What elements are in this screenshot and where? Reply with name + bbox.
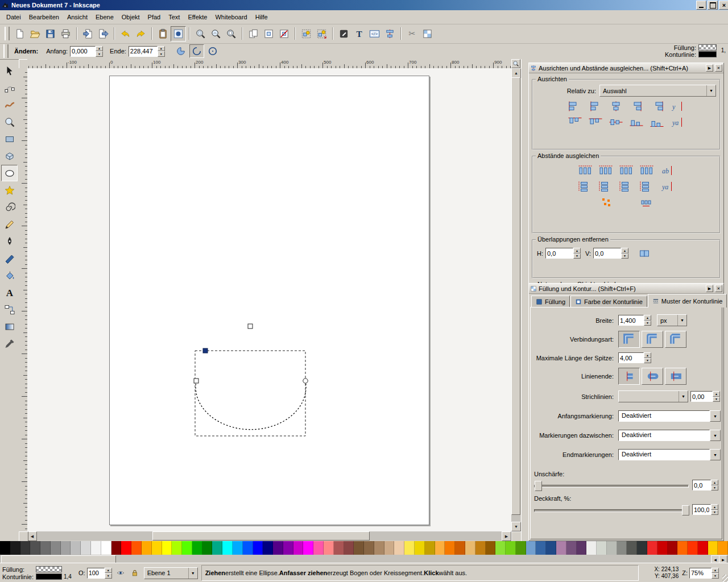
palette-swatch-28[interactable] — [283, 541, 293, 555]
close-button[interactable]: × — [719, 1, 728, 10]
selection-handle[interactable] — [194, 379, 198, 383]
vertical-scrollbar[interactable]: ▲ ▼ — [511, 68, 520, 531]
palette-swatch-60[interactable] — [607, 541, 617, 555]
arc-end-input[interactable] — [129, 46, 158, 57]
tab-f-llung[interactable]: Füllung — [531, 296, 570, 307]
tool-rectangle[interactable] — [1, 131, 18, 147]
scroll-left-button[interactable]: ◀ — [27, 531, 37, 541]
vertical-ruler[interactable]: 01002003004005006007008009001000 — [19, 68, 28, 531]
palette-swatch-59[interactable] — [597, 541, 607, 555]
tool-pencil[interactable] — [1, 216, 18, 232]
selection-handle[interactable] — [248, 324, 253, 329]
palette-swatch-29[interactable] — [293, 541, 304, 555]
palette-swatch-36[interactable] — [364, 541, 374, 555]
palette-swatch-56[interactable] — [566, 541, 577, 555]
tab-muster-der-konturlinie[interactable]: Muster der Konturlinie — [648, 294, 727, 307]
tool-calligraphy[interactable] — [1, 250, 18, 267]
menu-ansicht[interactable]: Ansicht — [63, 12, 92, 22]
xml-editor-button[interactable]: </> — [367, 26, 382, 41]
preferences-button[interactable]: ✂ — [404, 26, 420, 41]
menu-effekte[interactable]: Effekte — [184, 12, 211, 22]
palette-swatch-70[interactable] — [708, 541, 718, 555]
blur-spinner[interactable]: ▲▼ — [711, 480, 718, 490]
align-text-anchors-horizontal-button[interactable]: ya — [668, 115, 686, 129]
palette-swatch-62[interactable] — [627, 541, 637, 555]
layer-visibility-toggle[interactable] — [115, 568, 126, 579]
menu-whiteboard[interactable]: Whiteboard — [211, 12, 251, 22]
align-top-edges-button[interactable] — [586, 115, 605, 129]
arc-start-input[interactable] — [70, 46, 96, 57]
distribute-left-edges-button[interactable] — [576, 163, 594, 177]
print-document-button[interactable] — [58, 26, 73, 41]
palette-swatch-21[interactable] — [212, 541, 222, 555]
palette-swatch-6[interactable] — [61, 541, 71, 555]
palette-swatch-1[interactable] — [10, 541, 20, 555]
tool-dropper[interactable] — [1, 335, 18, 352]
cap-round-button[interactable] — [642, 368, 663, 385]
fill-swatch[interactable] — [36, 566, 62, 572]
zoom-selection-button[interactable] — [193, 26, 208, 41]
combo-arrow-icon[interactable]: ▼ — [710, 430, 721, 441]
palette-swatch-12[interactable] — [121, 541, 131, 555]
palette-swatch-38[interactable] — [384, 541, 395, 555]
current-style-indicator[interactable]: Füllung: Konturlinie: — [665, 44, 717, 57]
palette-swatch-50[interactable] — [506, 541, 516, 555]
tool-node-editor[interactable] — [1, 80, 18, 96]
dash-offset-input[interactable] — [690, 391, 713, 402]
open-document-button[interactable] — [27, 26, 43, 41]
tab-farbe-der-konturlinie[interactable]: Farbe der Konturlinie — [570, 296, 647, 307]
layer-lock-toggle[interactable] — [130, 568, 140, 579]
export-button[interactable] — [96, 26, 111, 41]
text-dialog-button[interactable]: T — [351, 26, 367, 41]
tool-tweak[interactable] — [1, 97, 18, 113]
palette-swatch-57[interactable] — [577, 541, 587, 555]
palette-swatch-27[interactable] — [273, 541, 283, 555]
palette-swatch-30[interactable] — [303, 541, 313, 555]
group-button[interactable] — [299, 26, 314, 41]
palette-swatch-4[interactable] — [40, 541, 51, 555]
sticky-zoom-button[interactable] — [511, 59, 520, 68]
arc-angle-handle[interactable] — [303, 379, 308, 383]
join-bevel-button[interactable] — [665, 331, 686, 348]
combo-arrow-icon[interactable]: ▼ — [710, 449, 721, 460]
canvas[interactable] — [27, 68, 511, 531]
menu-pfad[interactable]: Pfad — [144, 12, 165, 22]
palette-swatch-61[interactable] — [617, 541, 627, 555]
menu-datei[interactable]: Datei — [2, 12, 25, 22]
tool-gradient[interactable] — [1, 318, 18, 335]
palette-swatch-24[interactable] — [243, 541, 253, 555]
palette-swatch-48[interactable] — [486, 541, 496, 555]
align-left-edges-to-anchor-right-button[interactable] — [648, 99, 666, 113]
master-opacity-input[interactable] — [87, 568, 105, 579]
menu-hilfe[interactable]: Hilfe — [251, 12, 272, 22]
arc-end-spinner[interactable]: ▲▼ — [158, 46, 165, 57]
palette-swatch-40[interactable] — [404, 541, 415, 555]
join-round-button[interactable] — [642, 331, 663, 348]
unclump-objects-button[interactable] — [637, 195, 655, 209]
blur-slider-thumb[interactable] — [535, 481, 542, 491]
palette-swatch-13[interactable] — [131, 541, 142, 555]
tool-star[interactable] — [1, 182, 18, 198]
save-document-button[interactable] — [43, 26, 58, 41]
palette-swatch-17[interactable] — [172, 541, 182, 555]
palette-swatch-5[interactable] — [51, 541, 61, 555]
miter-limit-input[interactable] — [618, 352, 644, 363]
align-top-edges-to-anchor-bottom-button[interactable] — [648, 115, 666, 129]
horizontal-scrollbar[interactable]: ◀ ▶ — [27, 531, 511, 541]
toolbar-grip[interactable] — [5, 27, 10, 40]
palette-swatch-10[interactable] — [101, 541, 111, 555]
menu-objekt[interactable]: Objekt — [118, 12, 144, 22]
tool-connector[interactable] — [1, 301, 18, 318]
distribute-horizontal-gaps-button[interactable] — [638, 163, 656, 177]
align-panel-titlebar[interactable]: Ausrichten und Abstände ausgleichen... (… — [529, 63, 723, 73]
palette-swatch-44[interactable] — [445, 541, 455, 555]
new-document-button[interactable] — [12, 26, 27, 41]
palette-swatch-7[interactable] — [71, 541, 81, 555]
stroke-width-input[interactable] — [618, 315, 644, 326]
distribute-centers-vertically-button[interactable] — [597, 179, 615, 193]
import-button[interactable] — [80, 26, 96, 41]
palette-swatch-39[interactable] — [394, 541, 404, 555]
end-marker-combo[interactable]: Deaktiviert▼ — [618, 449, 721, 460]
palette-swatch-20[interactable] — [202, 541, 213, 555]
palette-swatch-47[interactable] — [475, 541, 486, 555]
